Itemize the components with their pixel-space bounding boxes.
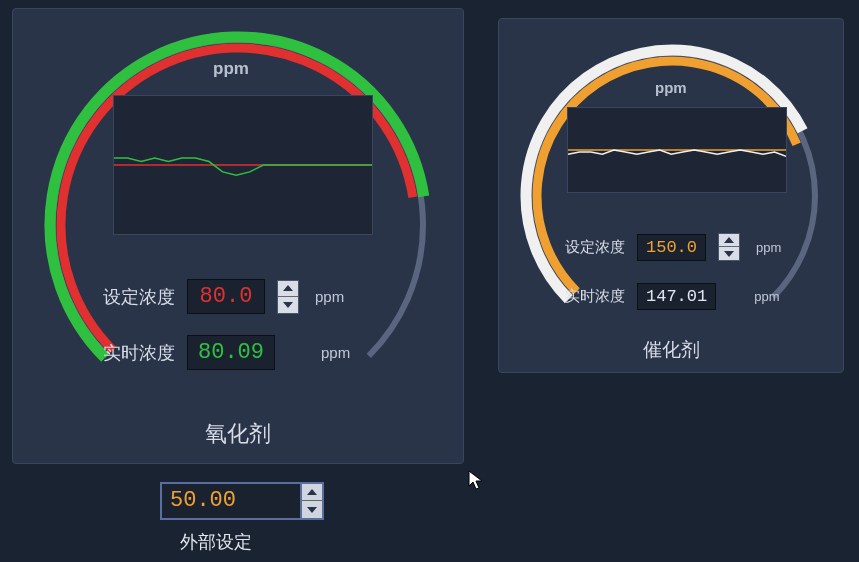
oxidizer-title: 氧化剂 <box>13 419 463 449</box>
catalyst-rt-unit: ppm <box>754 289 779 304</box>
catalyst-trend-chart <box>567 107 787 193</box>
oxidizer-set-spinner[interactable] <box>277 280 299 314</box>
catalyst-rt-value: 147.01 <box>637 283 716 310</box>
oxidizer-trend-chart <box>113 95 373 235</box>
external-set-up-button[interactable] <box>302 484 322 501</box>
oxidizer-panel: ppm 设定浓度 80.0 ppm 实时浓度 80.09 ppm 氧化剂 <box>12 8 464 464</box>
oxidizer-rt-label: 实时浓度 <box>103 341 175 365</box>
catalyst-set-up-button[interactable] <box>719 234 739 247</box>
catalyst-panel: ppm 设定浓度 150.0 ppm 实时浓度 147.01 ppm 催化剂 <box>498 18 844 373</box>
oxidizer-set-label: 设定浓度 <box>103 285 175 309</box>
catalyst-set-spinner[interactable] <box>718 233 740 261</box>
catalyst-unit-label: ppm <box>655 79 687 96</box>
oxidizer-rt-value: 80.09 <box>187 335 275 370</box>
catalyst-set-label: 设定浓度 <box>565 238 625 257</box>
catalyst-set-unit: ppm <box>756 240 781 255</box>
catalyst-title: 催化剂 <box>499 337 843 363</box>
external-set-down-button[interactable] <box>302 501 322 518</box>
oxidizer-set-unit: ppm <box>315 288 344 305</box>
oxidizer-set-value[interactable]: 80.0 <box>187 279 265 314</box>
cursor-icon <box>468 470 486 492</box>
oxidizer-set-up-button[interactable] <box>278 281 298 297</box>
catalyst-set-down-button[interactable] <box>719 247 739 260</box>
oxidizer-unit-label: ppm <box>213 59 249 79</box>
oxidizer-set-down-button[interactable] <box>278 297 298 313</box>
external-set-label: 外部设定 <box>180 530 252 554</box>
catalyst-rt-label: 实时浓度 <box>565 287 625 306</box>
catalyst-set-value[interactable]: 150.0 <box>637 234 706 261</box>
external-set-spinner[interactable] <box>302 482 324 520</box>
oxidizer-rt-unit: ppm <box>321 344 350 361</box>
external-set-value[interactable]: 50.00 <box>160 482 302 520</box>
external-set-input[interactable]: 50.00 <box>160 482 324 520</box>
